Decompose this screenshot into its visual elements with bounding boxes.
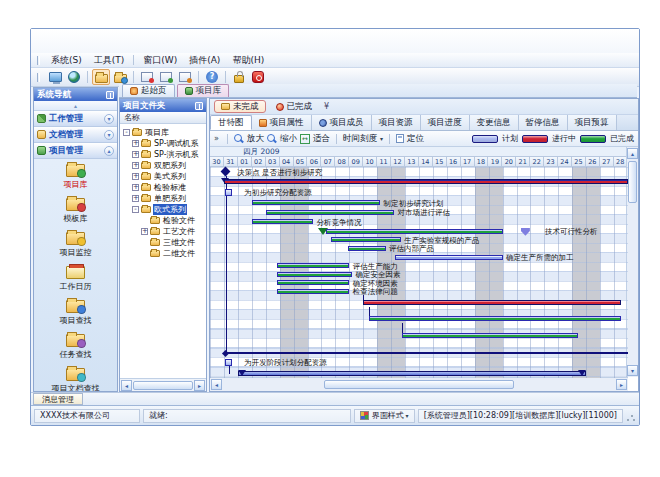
expand-icon[interactable]: +: [132, 184, 139, 191]
pin-icon[interactable]: [195, 102, 203, 110]
tree-item-二维文件[interactable]: 二维文件: [120, 248, 206, 259]
tree-item-项目库[interactable]: -项目库: [120, 127, 206, 138]
tab-项目库[interactable]: 项目库: [177, 84, 230, 97]
task-bar-completed[interactable]: [402, 333, 578, 338]
task-bar-completed[interactable]: [277, 289, 349, 294]
view-tab-暂停信息[interactable]: 暂停信息: [519, 115, 568, 130]
task-bar-completed[interactable]: [277, 263, 349, 268]
menu-item[interactable]: 帮助(H): [226, 53, 270, 68]
sidebar-item-工作日历[interactable]: 工作日历: [34, 261, 117, 295]
task-bar-completed[interactable]: [369, 316, 621, 321]
collapse-icon[interactable]: -: [123, 129, 130, 136]
tree-item-工艺文件[interactable]: +工艺文件: [120, 226, 206, 237]
milestone-diamond[interactable]: [220, 167, 230, 177]
menu-item[interactable]: 系统(S): [45, 53, 88, 68]
sidebar-collapse-strip[interactable]: ▴: [34, 101, 117, 111]
locate-button[interactable]: 定位: [407, 133, 424, 145]
tree-item-SP-调试机系[interactable]: +SP-调试机系: [120, 138, 206, 149]
sidebar-item-项目监控[interactable]: 项目监控: [34, 227, 117, 261]
sidebar-item-项目库[interactable]: 项目库: [34, 159, 117, 193]
menubar-grip[interactable]: [37, 56, 40, 65]
sidebar-item-项目查找[interactable]: 项目查找: [34, 295, 117, 329]
group-chevron-icon[interactable]: ▾: [104, 130, 114, 140]
expand-icon[interactable]: +: [132, 140, 139, 147]
expand-icon[interactable]: +: [132, 151, 139, 158]
expand-icon[interactable]: +: [141, 228, 148, 235]
view-tab-项目资源[interactable]: 项目资源: [372, 115, 421, 130]
task-bar-completed[interactable]: [331, 237, 401, 242]
message-button[interactable]: [138, 69, 156, 85]
menu-item[interactable]: 工具(T): [88, 53, 131, 68]
lock-button[interactable]: [230, 69, 248, 85]
tree-item-单肥系列[interactable]: +单肥系列: [120, 193, 206, 204]
task-bar-completed[interactable]: [252, 219, 313, 224]
message-2-button[interactable]: [157, 69, 175, 85]
view-tab-项目成员[interactable]: 项目成员: [312, 115, 372, 130]
phase-summary-bar[interactable]: [224, 179, 628, 184]
menu-item[interactable]: 插件(A): [183, 53, 226, 68]
tree-item-欧式系列[interactable]: -欧式系列: [120, 204, 206, 215]
folder-view-button[interactable]: [111, 69, 129, 85]
sidebar-group-项目管理[interactable]: 项目管理▴: [34, 143, 117, 159]
sidebar-item-项目文档查找[interactable]: 项目文档查找: [34, 363, 117, 391]
group-chevron-icon[interactable]: ▴: [104, 146, 114, 156]
globe-button[interactable]: [65, 69, 83, 85]
gantt-horizontal-scrollbar[interactable]: ◂ ▸: [210, 377, 628, 391]
scroll-right-arrow-icon[interactable]: ▸: [616, 379, 627, 390]
interface-style-button[interactable]: 界面样式 ▾: [354, 409, 415, 423]
task-bar-completed[interactable]: [252, 200, 380, 205]
sidebar-item-任务查找[interactable]: 任务查找: [34, 329, 117, 363]
tree-horizontal-scrollbar[interactable]: ◂ ▸: [120, 378, 206, 391]
chevron-down-icon[interactable]: ▾: [380, 135, 383, 142]
toolbar-grip[interactable]: [37, 73, 40, 82]
view-tab-甘特图[interactable]: 甘特图: [210, 115, 252, 130]
computer-button[interactable]: [46, 69, 64, 85]
status-tab-已完成[interactable]: 已完成: [270, 100, 319, 113]
scroll-up-arrow-icon[interactable]: ▴: [627, 148, 638, 159]
tree-item-SP-演示机系[interactable]: +SP-演示机系: [120, 149, 206, 160]
expand-icon[interactable]: +: [132, 195, 139, 202]
view-tab-变更信息[interactable]: 变更信息: [470, 115, 519, 130]
status-tab-未完成[interactable]: 未完成: [214, 100, 266, 113]
fit-icon[interactable]: [300, 134, 310, 144]
message-3-button[interactable]: [176, 69, 194, 85]
time-scale-button[interactable]: 时间刻度: [343, 133, 377, 145]
sidebar-group-工作管理[interactable]: 工作管理▾: [34, 111, 117, 127]
tree-item-三维文件[interactable]: 三维文件: [120, 237, 206, 248]
help-button[interactable]: [203, 69, 221, 85]
zoom-out-icon[interactable]: [267, 134, 277, 144]
collapse-icon[interactable]: -: [132, 206, 139, 213]
scroll-left-arrow-icon[interactable]: ◂: [211, 379, 222, 390]
scroll-right-arrow-icon[interactable]: ▸: [194, 380, 205, 391]
view-tab-项目属性[interactable]: 项目属性: [252, 115, 312, 130]
tree-item-双肥系列[interactable]: +双肥系列: [120, 160, 206, 171]
group-chevron-icon[interactable]: ▾: [104, 114, 114, 124]
view-tab-项目预算[interactable]: 项目预算: [568, 115, 617, 130]
resize-grip[interactable]: [626, 410, 636, 422]
scroll-thumb[interactable]: [324, 380, 514, 389]
pin-icon[interactable]: [106, 91, 114, 99]
overflow-chevron-icon[interactable]: »: [214, 134, 219, 143]
locate-icon[interactable]: [396, 134, 404, 143]
task-bar-completed[interactable]: [277, 272, 352, 277]
scroll-thumb[interactable]: [133, 381, 193, 390]
task-bar-planned[interactable]: [395, 255, 502, 260]
expand-icon[interactable]: +: [132, 173, 139, 180]
tab-起始页[interactable]: 起始页: [122, 84, 175, 97]
zoom-out-button[interactable]: 缩小: [280, 133, 297, 145]
zoom-in-button[interactable]: 放大: [247, 133, 264, 145]
view-tab-项目进度[interactable]: 项目进度: [421, 115, 470, 130]
menu-item[interactable]: 窗口(W): [137, 53, 183, 68]
scroll-thumb[interactable]: [628, 161, 637, 203]
expand-icon[interactable]: +: [132, 162, 139, 169]
task-bar-in-progress[interactable]: [363, 300, 621, 305]
resource-marker-icon[interactable]: [225, 359, 232, 366]
scroll-down-arrow-icon[interactable]: ▾: [627, 365, 638, 376]
folder-open-button[interactable]: [92, 69, 110, 85]
resource-marker-icon[interactable]: [225, 189, 232, 196]
stop-button[interactable]: [249, 69, 267, 85]
task-bar-completed[interactable]: [277, 280, 349, 285]
sidebar-group-文档管理[interactable]: 文档管理▾: [34, 127, 117, 143]
tree-item-美式系列[interactable]: +美式系列: [120, 171, 206, 182]
phase-summary-bar[interactable]: [238, 371, 586, 376]
